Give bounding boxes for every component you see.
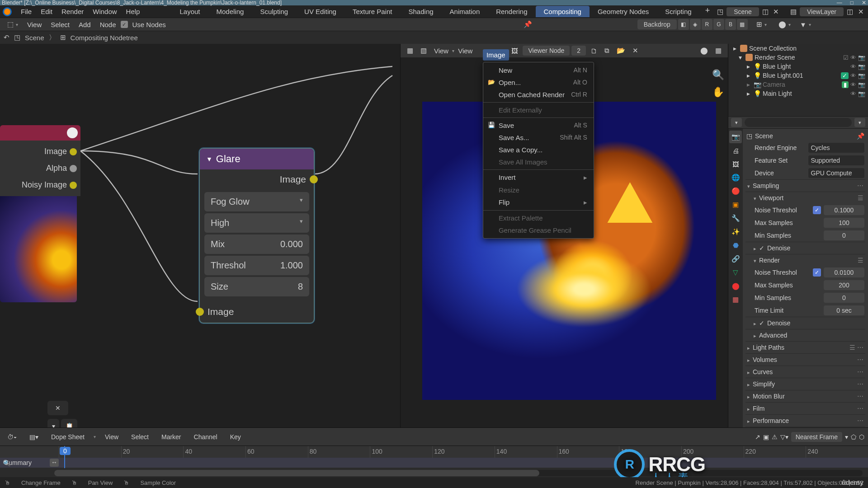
toolbar-select[interactable]: Select [46,21,74,28]
sampling-section[interactable]: Sampling [753,182,779,189]
crumb-tree[interactable]: Compositing Nodetree [71,34,138,42]
menu-save-copy[interactable]: Save a Copy... [483,144,594,156]
dopesheet-cursor-icon[interactable]: ↗ [755,433,760,441]
overlay-dropdown-2[interactable]: ▼ [795,21,816,28]
glare-in-socket[interactable] [196,308,204,316]
glare-threshold-field[interactable]: Threshol1.000 [204,256,309,275]
tab-texturepaint[interactable]: Texture Paint [344,6,401,17]
options-icon[interactable]: ⋯ [857,182,863,189]
glare-out-socket[interactable] [310,175,318,183]
render-engine-select[interactable]: Cycles [808,143,865,153]
prop-tab-world[interactable]: 🔴 [729,185,742,197]
scene-icon[interactable]: ◳ [716,7,725,16]
iv-view-menu-2[interactable]: View [454,47,476,55]
prop-tab-output[interactable]: 🖨 [729,144,742,157]
zoom-dropdown[interactable]: ⊞ [752,20,771,28]
menu-open[interactable]: 📂Open...Alt O [483,76,594,89]
search-icon[interactable]: 🔍 [3,460,10,467]
prop-tab-viewlayer[interactable]: 🖼 [729,158,742,170]
iv-overlay-dropdown[interactable]: ▦ [712,47,725,55]
noise-thresh-value[interactable]: 0.1000 [824,205,864,215]
menu-open-cached[interactable]: Open Cached RenderCtrl R [483,89,594,101]
list-icon[interactable]: ☰ [858,194,863,202]
prop-tab-material[interactable]: ⬤ [729,280,742,292]
collapse-summary-icon[interactable]: ↔ [50,459,59,467]
timeline[interactable]: 020406080100120140160180200220240 Summar… [0,446,868,477]
glare-size-field[interactable]: Size8 [204,277,309,296]
advanced-section[interactable]: Advanced [759,332,787,339]
performance-section[interactable]: Performance [753,417,789,424]
props-editor-type[interactable]: ▾ [731,118,742,127]
motion-blur-section[interactable]: Motion Blur [753,393,785,400]
outliner-blue-light-001[interactable]: Blue Light.001 [763,72,803,79]
glare-mode-select[interactable]: Fog Glow [204,192,309,211]
curves-section[interactable]: Curves [753,368,773,375]
viewlayer-icon[interactable]: ▤ [789,7,798,16]
feature-set-select[interactable]: Supported [808,155,865,165]
backdrop-toggle[interactable]: Backdrop [637,19,677,29]
dopesheet-warn-icon[interactable]: ⚠ [772,433,778,441]
iv-image-menu[interactable]: Image [483,49,509,61]
light-paths-section[interactable]: Light Paths [753,344,784,351]
exclude-checkbox[interactable]: ☑ [843,54,849,61]
channel-b-button[interactable]: B [725,19,736,30]
menu-invert[interactable]: Invert [483,171,594,184]
socket-image[interactable] [70,148,77,155]
simplify-section[interactable]: Simplify [753,380,775,388]
viewlayer-new-icon[interactable]: ◫ [845,7,854,16]
scene-del-icon[interactable]: ✕ [772,7,781,16]
pin-icon[interactable]: 📌 [519,20,537,28]
channel-combined-icon[interactable]: ◧ [678,19,689,30]
prop-tab-object[interactable]: ▣ [729,198,742,211]
close-panel-button[interactable]: ✕ [47,401,68,415]
render-icon[interactable]: 📷 [858,54,865,61]
viewlayer-name[interactable]: ViewLayer [800,7,844,16]
iv-viewer-node[interactable]: Viewer Node [523,46,570,56]
prop-tab-particles[interactable]: ✨ [729,225,742,238]
iv-view-menu[interactable]: View [430,47,452,55]
crumb-scene[interactable]: Scene [25,34,44,42]
menu-new[interactable]: NewAlt N [483,64,594,76]
pin-icon[interactable]: 📌 [857,132,864,140]
iv-close-icon[interactable]: ✕ [629,47,642,55]
crumb-back-icon[interactable]: ↶ [4,33,9,42]
max-samples-r-value[interactable]: 200 [824,280,864,290]
zoom-icon[interactable]: 🔍 [712,69,724,81]
props-search-input[interactable] [745,118,852,127]
prop-tab-render[interactable]: 📷 [729,131,742,143]
film-section[interactable]: Film [753,405,764,412]
render-layers-node[interactable]: Image Alpha Noisy Image [0,125,80,302]
prop-tab-texture[interactable]: ▦ [729,293,742,306]
image-editor[interactable]: ▦ ▧ View▾ View Image 🖼 Viewer Node 2 🗋 ⧉… [400,44,728,427]
playhead[interactable]: 0 [64,446,65,468]
iv-dup-icon[interactable]: ⧉ [601,47,613,55]
channel-alpha-icon[interactable]: ▦ [737,19,748,30]
iv-slot[interactable]: 2 [571,46,586,56]
prop-tab-scene[interactable]: 🌐 [729,171,742,184]
scene-new-icon[interactable]: ◫ [761,7,770,16]
dopesheet-editor-type[interactable]: ⏱▾ [4,433,20,441]
minimize-icon[interactable]: — [837,0,842,6]
noise-thresh-r-value[interactable]: 0.0100 [824,267,864,277]
snap-mode[interactable]: Nearest Frame [791,432,842,442]
dopesheet-prop-2[interactable]: ⬠ [851,433,856,441]
dopesheet-label[interactable]: Dope Sheet [47,433,88,441]
glare-node[interactable]: ▼Glare Image Fog Glow High Mix0.000 Thre… [199,148,315,324]
channel-g-button[interactable]: G [713,19,724,30]
iv-color-dropdown[interactable]: ⬤ [697,47,712,55]
dopesheet-marker[interactable]: Marker [158,433,185,441]
dopesheet-prop-3[interactable]: ⬡ [859,433,864,441]
outliner-camera[interactable]: Camera [763,81,785,88]
toolbar-node[interactable]: Node [95,21,121,28]
noise-thresh-r-checkbox[interactable]: ✓ [813,268,821,277]
node-editor[interactable]: Image Alpha Noisy Image ▼Glare Image Fog… [0,44,400,427]
render-section[interactable]: Render [759,257,780,264]
iv-image-select[interactable]: 🖼 [508,47,522,55]
tab-rendering[interactable]: Rendering [488,6,535,17]
dopesheet-channel[interactable]: Channel [190,433,221,441]
tab-sculpting[interactable]: Sculpting [252,6,296,17]
timeline-scrollbar[interactable] [54,470,863,476]
dopesheet-prop-icon[interactable]: ▣ [763,433,769,441]
volumes-section[interactable]: Volumes [753,356,777,363]
menu-flip[interactable]: Flip [483,196,594,209]
